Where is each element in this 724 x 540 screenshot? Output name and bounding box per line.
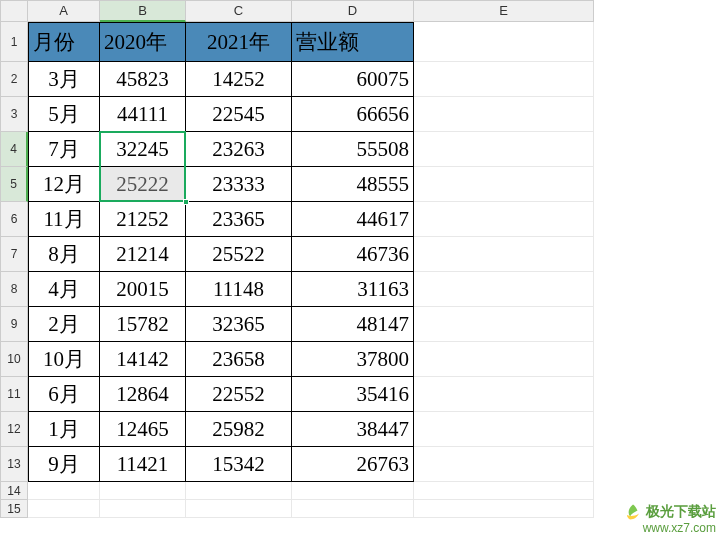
cell-a13[interactable]: 9月	[28, 447, 100, 482]
cell-a8[interactable]: 4月	[28, 272, 100, 307]
cell-e13[interactable]	[414, 447, 594, 482]
cell-a1[interactable]: 月份	[28, 22, 100, 62]
cell-b15[interactable]	[100, 500, 186, 518]
col-header-e[interactable]: E	[414, 0, 594, 22]
cell-c12[interactable]: 25982	[186, 412, 292, 447]
row-header-7[interactable]: 7	[0, 237, 28, 272]
row-header-10[interactable]: 10	[0, 342, 28, 377]
cell-a6[interactable]: 11月	[28, 202, 100, 237]
row-header-13[interactable]: 13	[0, 447, 28, 482]
cell-e8[interactable]	[414, 272, 594, 307]
cell-c15[interactable]	[186, 500, 292, 518]
row-header-11[interactable]: 11	[0, 377, 28, 412]
col-header-d[interactable]: D	[292, 0, 414, 22]
cell-b10[interactable]: 14142	[100, 342, 186, 377]
cell-c14[interactable]	[186, 482, 292, 500]
cell-e5[interactable]	[414, 167, 594, 202]
cell-a7[interactable]: 8月	[28, 237, 100, 272]
cell-c5[interactable]: 23333	[186, 167, 292, 202]
cell-a3[interactable]: 5月	[28, 97, 100, 132]
cell-d13[interactable]: 26763	[292, 447, 414, 482]
cell-d3[interactable]: 66656	[292, 97, 414, 132]
cell-e6[interactable]	[414, 202, 594, 237]
cell-d6[interactable]: 44617	[292, 202, 414, 237]
cell-d4[interactable]: 55508	[292, 132, 414, 167]
col-header-c[interactable]: C	[186, 0, 292, 22]
cell-b8[interactable]: 20015	[100, 272, 186, 307]
cell-c7[interactable]: 25522	[186, 237, 292, 272]
cell-d8[interactable]: 31163	[292, 272, 414, 307]
cell-a4[interactable]: 7月	[28, 132, 100, 167]
cell-b4[interactable]: 32245	[100, 132, 186, 167]
cell-b14[interactable]	[100, 482, 186, 500]
cell-e4[interactable]	[414, 132, 594, 167]
table-row: 23月458231425260075	[0, 62, 724, 97]
cell-a10[interactable]: 10月	[28, 342, 100, 377]
cell-c2[interactable]: 14252	[186, 62, 292, 97]
row-header-4[interactable]: 4	[0, 132, 28, 167]
row-header-2[interactable]: 2	[0, 62, 28, 97]
cell-e2[interactable]	[414, 62, 594, 97]
cell-e14[interactable]	[414, 482, 594, 500]
cell-e15[interactable]	[414, 500, 594, 518]
cell-a5[interactable]: 12月	[28, 167, 100, 202]
cell-e12[interactable]	[414, 412, 594, 447]
col-header-b[interactable]: B	[100, 0, 186, 22]
cell-d12[interactable]: 38447	[292, 412, 414, 447]
row-header-14[interactable]: 14	[0, 482, 28, 500]
col-header-a[interactable]: A	[28, 0, 100, 22]
cell-d1[interactable]: 营业额	[292, 22, 414, 62]
cell-e11[interactable]	[414, 377, 594, 412]
row-header-3[interactable]: 3	[0, 97, 28, 132]
row-header-12[interactable]: 12	[0, 412, 28, 447]
cell-c4[interactable]: 23263	[186, 132, 292, 167]
cell-a12[interactable]: 1月	[28, 412, 100, 447]
fill-handle[interactable]	[183, 199, 189, 205]
cell-a14[interactable]	[28, 482, 100, 500]
cell-d14[interactable]	[292, 482, 414, 500]
cell-d7[interactable]: 46736	[292, 237, 414, 272]
cell-d11[interactable]: 35416	[292, 377, 414, 412]
cell-e7[interactable]	[414, 237, 594, 272]
cell-d5[interactable]: 48555	[292, 167, 414, 202]
cell-c3[interactable]: 22545	[186, 97, 292, 132]
cell-d2[interactable]: 60075	[292, 62, 414, 97]
cell-e1[interactable]	[414, 22, 594, 62]
cell-c8[interactable]: 11148	[186, 272, 292, 307]
cell-e9[interactable]	[414, 307, 594, 342]
cell-c9[interactable]: 32365	[186, 307, 292, 342]
cell-d10[interactable]: 37800	[292, 342, 414, 377]
cell-b6[interactable]: 21252	[100, 202, 186, 237]
row-header-8[interactable]: 8	[0, 272, 28, 307]
cell-a15[interactable]	[28, 500, 100, 518]
spreadsheet-grid[interactable]: A B C D E 1 月份 2020年 2021年 营业额 23月458231…	[0, 0, 724, 518]
cell-a2[interactable]: 3月	[28, 62, 100, 97]
cell-a11[interactable]: 6月	[28, 377, 100, 412]
cell-c1[interactable]: 2021年	[186, 22, 292, 62]
cell-d15[interactable]	[292, 500, 414, 518]
row-header-5[interactable]: 5	[0, 167, 28, 202]
cell-a9[interactable]: 2月	[28, 307, 100, 342]
cell-c6[interactable]: 23365	[186, 202, 292, 237]
row-header-15[interactable]: 15	[0, 500, 28, 518]
watermark-name: 极光下载站	[646, 503, 716, 521]
cell-c11[interactable]: 22552	[186, 377, 292, 412]
cell-e10[interactable]	[414, 342, 594, 377]
cell-b1[interactable]: 2020年	[100, 22, 186, 62]
row-header-9[interactable]: 9	[0, 307, 28, 342]
cell-b12[interactable]: 12465	[100, 412, 186, 447]
select-all-corner[interactable]	[0, 0, 28, 22]
cell-c10[interactable]: 23658	[186, 342, 292, 377]
cell-e3[interactable]	[414, 97, 594, 132]
cell-b9[interactable]: 15782	[100, 307, 186, 342]
cell-b2[interactable]: 45823	[100, 62, 186, 97]
cell-b11[interactable]: 12864	[100, 377, 186, 412]
cell-b3[interactable]: 44111	[100, 97, 186, 132]
row-header-6[interactable]: 6	[0, 202, 28, 237]
row-header-1[interactable]: 1	[0, 22, 28, 62]
cell-b13[interactable]: 11421	[100, 447, 186, 482]
cell-d9[interactable]: 48147	[292, 307, 414, 342]
cell-c13[interactable]: 15342	[186, 447, 292, 482]
cell-b5[interactable]: 25222	[100, 167, 186, 202]
cell-b7[interactable]: 21214	[100, 237, 186, 272]
